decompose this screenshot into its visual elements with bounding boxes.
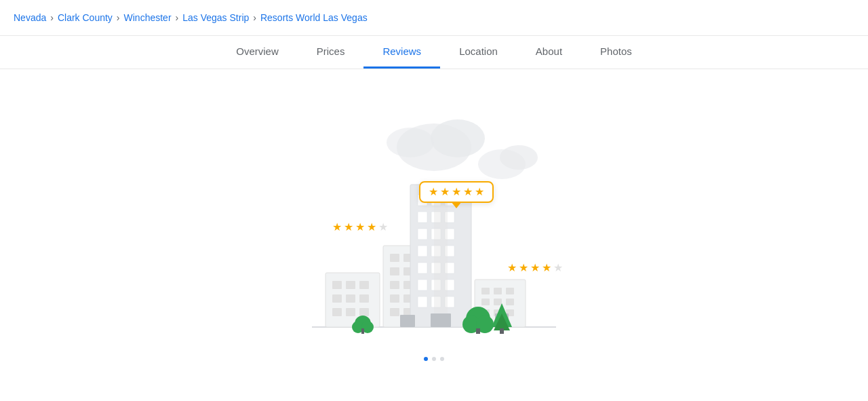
breadcrumb-sep-1: › bbox=[50, 12, 54, 23]
breadcrumb-sep-4: › bbox=[253, 12, 256, 23]
tab-photos[interactable]: Photos bbox=[581, 36, 651, 69]
star-right-1: ★ bbox=[507, 263, 517, 273]
svg-rect-10 bbox=[332, 294, 342, 303]
breadcrumb-sep-3: › bbox=[176, 12, 179, 23]
svg-rect-71 bbox=[361, 328, 364, 334]
breadcrumb: Nevada › Clark County › Winchester › Las… bbox=[0, 0, 868, 36]
loading-dots bbox=[424, 357, 444, 361]
tab-reviews[interactable]: Reviews bbox=[363, 36, 440, 69]
star-left-4: ★ bbox=[367, 222, 376, 233]
breadcrumb-las-vegas-strip[interactable]: Las Vegas Strip bbox=[182, 12, 249, 23]
svg-rect-75 bbox=[476, 328, 480, 334]
svg-rect-58 bbox=[506, 288, 514, 294]
tab-location[interactable]: Location bbox=[440, 36, 517, 69]
svg-rect-57 bbox=[494, 288, 502, 294]
star-4: ★ bbox=[463, 187, 473, 197]
star-right-3: ★ bbox=[530, 263, 540, 273]
breadcrumb-clark-county[interactable]: Clark County bbox=[58, 12, 113, 23]
svg-rect-78 bbox=[500, 328, 504, 334]
star-3: ★ bbox=[452, 187, 461, 197]
svg-rect-13 bbox=[332, 308, 342, 316]
svg-rect-56 bbox=[481, 288, 490, 294]
stars-left: ★ ★ ★ ★ ★ bbox=[332, 222, 388, 233]
star-right-4: ★ bbox=[542, 263, 551, 273]
main-content: ★ ★ ★ ★ ★ ★ ★ ★ ★ ★ ★ ★ ★ ★ ★ bbox=[0, 69, 868, 393]
breadcrumb-sep-2: › bbox=[117, 12, 120, 23]
dot-3 bbox=[440, 357, 444, 361]
nav-tabs: Overview Prices Reviews Location About P… bbox=[0, 36, 868, 69]
star-right-5: ★ bbox=[553, 263, 563, 273]
svg-rect-26 bbox=[390, 294, 399, 303]
svg-point-2 bbox=[387, 128, 434, 157]
tab-overview[interactable]: Overview bbox=[217, 36, 298, 69]
svg-rect-23 bbox=[390, 281, 399, 289]
tab-prices[interactable]: Prices bbox=[298, 36, 364, 69]
breadcrumb-winchester[interactable]: Winchester bbox=[124, 12, 172, 23]
svg-rect-51 bbox=[418, 297, 427, 307]
breadcrumb-resorts-world[interactable]: Resorts World Las Vegas bbox=[260, 12, 368, 23]
star-left-2: ★ bbox=[344, 222, 353, 233]
star-2: ★ bbox=[440, 187, 450, 197]
svg-rect-14 bbox=[346, 308, 355, 316]
dot-1 bbox=[424, 357, 428, 361]
svg-rect-39 bbox=[418, 229, 427, 240]
star-right-2: ★ bbox=[519, 263, 528, 273]
svg-rect-54 bbox=[434, 185, 448, 327]
dot-2 bbox=[432, 357, 436, 361]
star-left-1: ★ bbox=[332, 222, 342, 233]
svg-rect-36 bbox=[418, 212, 427, 223]
star-left-3: ★ bbox=[355, 222, 365, 233]
svg-rect-20 bbox=[390, 267, 399, 275]
svg-rect-12 bbox=[359, 294, 369, 303]
star-5: ★ bbox=[475, 187, 484, 197]
svg-rect-29 bbox=[390, 308, 399, 316]
breadcrumb-nevada[interactable]: Nevada bbox=[14, 12, 46, 23]
illustration-container: ★ ★ ★ ★ ★ ★ ★ ★ ★ ★ ★ ★ ★ ★ ★ bbox=[292, 83, 576, 368]
svg-rect-11 bbox=[346, 294, 355, 303]
stars-right: ★ ★ ★ ★ ★ bbox=[507, 263, 563, 273]
svg-point-1 bbox=[431, 119, 485, 157]
svg-rect-60 bbox=[494, 299, 502, 305]
svg-rect-9 bbox=[359, 281, 369, 289]
svg-rect-42 bbox=[418, 246, 427, 256]
svg-rect-48 bbox=[418, 280, 427, 290]
svg-rect-61 bbox=[506, 299, 514, 305]
svg-rect-8 bbox=[346, 281, 355, 289]
star-1: ★ bbox=[429, 187, 438, 197]
svg-rect-15 bbox=[359, 308, 369, 316]
svg-point-4 bbox=[500, 145, 538, 170]
tab-about[interactable]: About bbox=[517, 36, 581, 69]
star-left-5: ★ bbox=[378, 222, 388, 233]
svg-rect-45 bbox=[418, 263, 427, 273]
svg-rect-67 bbox=[400, 315, 415, 327]
svg-rect-17 bbox=[390, 254, 399, 262]
svg-rect-66 bbox=[431, 313, 451, 327]
svg-rect-7 bbox=[332, 281, 342, 289]
stars-bubble-top: ★ ★ ★ ★ ★ bbox=[419, 181, 494, 203]
svg-rect-59 bbox=[481, 299, 490, 305]
